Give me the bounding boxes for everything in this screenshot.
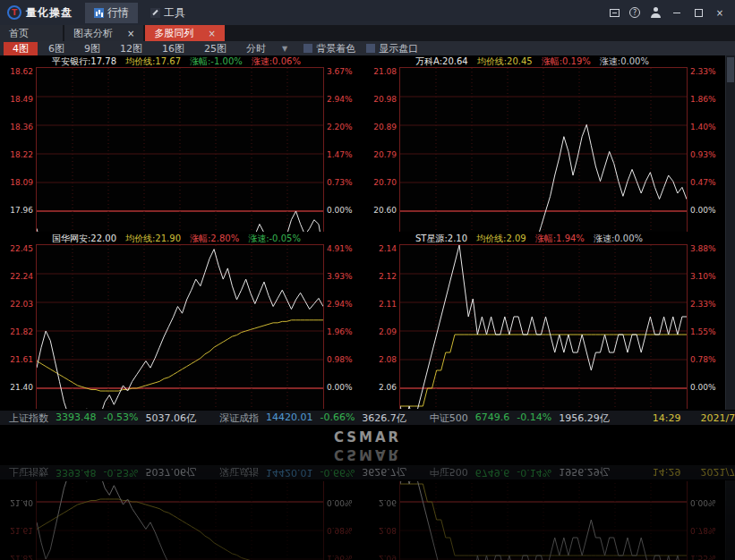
chart-panel-st-xingyuan[interactable]: ST星源:2.10 均价线:2.09 涨幅:1.94% 涨速:0.00% 2.1… <box>363 233 725 409</box>
price-plot <box>36 481 324 560</box>
axis-label: 22.03 <box>10 301 33 309</box>
app-window: T 量化操盘 行情 工具 ? × 首页 图表 <box>0 0 735 425</box>
change-speed: 涨速:0.00% <box>594 233 643 245</box>
layout-4-button[interactable]: 4图 <box>4 42 38 55</box>
date: 2021/7/30 星期五 <box>700 466 735 479</box>
axis-label: 2.08 <box>379 526 397 534</box>
axis-label: 17.96 <box>10 207 33 215</box>
stock-name-price: 万科A:20.64 <box>415 55 468 68</box>
axis-label: 0.00% <box>690 498 716 506</box>
axis-label: 1.40% <box>690 123 716 132</box>
minimize-button[interactable] <box>671 6 683 19</box>
feedback-icon[interactable] <box>608 6 620 19</box>
app-window-reflection: T 量化操盘 行情 工具 ? × 首页 图表 <box>0 465 735 560</box>
chart-grid: 平安银行:17.78 均价线:17.67 涨幅:-1.00% 涨速:0.06% … <box>0 55 725 410</box>
axis-label: 21.40 <box>10 384 33 392</box>
pct-axis-right: 4.91%3.93%2.94%1.96%0.98%0.00%-0.98%-1.9… <box>324 244 362 409</box>
axis-label: 20.70 <box>373 179 397 187</box>
axis-label: 4.91% <box>327 245 353 253</box>
change-pct: 涨幅:1.94% <box>535 233 585 245</box>
price-axis-left: 21.0820.9820.8920.7920.7020.6020.5020.41… <box>363 67 399 232</box>
layout-9-button[interactable]: 9图 <box>75 42 109 55</box>
axis-label: 0.78% <box>690 356 716 364</box>
chart-panel-guohua-wangan: 国华网安:22.00 均价线:21.90 涨幅:2.80% 涨速:-0.05% … <box>0 481 362 560</box>
clock: 14:29 <box>653 467 681 479</box>
csmar-watermark-reflection: CSMAR <box>0 446 735 462</box>
close-button[interactable]: × <box>714 6 726 19</box>
axis-label: 1.86% <box>690 96 716 104</box>
help-icon[interactable]: ? <box>629 7 640 18</box>
user-icon[interactable] <box>649 6 662 19</box>
pct-axis-right: 3.67%2.94%2.20%1.47%0.73%0.00%-0.73%-1.4… <box>324 67 362 232</box>
close-tab-icon[interactable]: × <box>208 29 215 38</box>
axis-label: 2.06 <box>379 498 397 506</box>
axis-label: 20.60 <box>373 207 397 215</box>
price-svg <box>400 245 687 409</box>
layout-16-button[interactable]: 16图 <box>153 42 193 55</box>
show-orderbook-checkbox[interactable]: 显示盘口 <box>366 42 418 55</box>
chart-header: ST星源:2.10 均价线:2.09 涨幅:1.94% 涨速:0.00% <box>363 233 725 244</box>
layout-25-button[interactable]: 25图 <box>195 42 235 55</box>
index-shanghai-composite[interactable]: 上证指数 3393.48 -0.53% 5037.06亿 <box>9 412 196 425</box>
chevron-down-icon[interactable]: ▼ <box>277 45 293 53</box>
app-title: 量化操盘 <box>26 5 73 21</box>
pct-axis-right: 2.33%1.86%1.40%0.93%0.47%0.00%-0.47%-0.9… <box>688 67 725 232</box>
scrollbar <box>725 480 735 560</box>
axis-label: 21.61 <box>10 356 33 364</box>
price-plot[interactable] <box>399 244 688 409</box>
price-plot[interactable] <box>36 67 324 232</box>
chart-body: 2.142.122.112.092.082.062.042.032.012.00… <box>363 244 725 409</box>
status-bar: 上证指数 3393.48 -0.53% 5037.06亿 深证成指 14420.… <box>0 465 735 480</box>
tab-multi-stock[interactable]: 多股同列 × <box>145 25 224 41</box>
price-svg <box>37 481 323 560</box>
chart-grid: 平安银行:17.78 均价线:17.67 涨幅:-1.00% 涨速:0.06% … <box>0 480 725 560</box>
change-pct: 涨幅:2.80% <box>190 233 239 245</box>
axis-label: 21.40 <box>10 498 33 506</box>
chart-panel-vanke-a[interactable]: 万科A:20.64 均价线:20.45 涨幅:0.19% 涨速:0.00% 21… <box>363 55 725 232</box>
index-csi500[interactable]: 中证500 6749.6 -0.14% 1956.29亿 <box>430 412 610 425</box>
axis-label: 18.62 <box>10 68 33 76</box>
axis-label: 21.61 <box>10 526 33 534</box>
tab-home[interactable]: 首页 <box>0 25 63 41</box>
layout-toolbar: 4图 6图 9图 12图 16图 25图 分时 ▼ 背景着色 显示盘口 <box>0 41 735 55</box>
axis-label: 3.93% <box>327 273 353 281</box>
scrollbar-thumb[interactable] <box>727 57 734 82</box>
change-speed: 涨速:0.00% <box>600 55 649 68</box>
scrollbar[interactable] <box>725 55 735 410</box>
price-axis-left: 2.142.122.112.092.082.062.042.032.012.00… <box>363 481 399 560</box>
chart-zone: 平安银行:17.78 均价线:17.67 涨幅:-1.00% 涨速:0.06% … <box>0 480 735 560</box>
axis-label: 20.89 <box>373 123 397 132</box>
maximize-button[interactable] <box>692 6 705 19</box>
chart-panel-pingan-bank[interactable]: 平安银行:17.78 均价线:17.67 涨幅:-1.00% 涨速:0.06% … <box>0 55 362 232</box>
price-svg <box>37 68 323 232</box>
index-shanghai-composite: 上证指数 3393.48 -0.53% 5037.06亿 <box>9 466 196 479</box>
background-shading-checkbox[interactable]: 背景着色 <box>303 42 355 55</box>
axis-label: 18.36 <box>10 123 33 132</box>
layout-6-button[interactable]: 6图 <box>39 42 73 55</box>
screenshot-stage: T 量化操盘 行情 工具 ? × 首页 图表 <box>0 0 735 560</box>
date: 2021/7/30 星期五 <box>700 412 735 425</box>
chart-body: 22.4522.2422.0321.8221.6121.4021.1920.98… <box>0 481 362 560</box>
chart-panel-guohua-wangan[interactable]: 国华网安:22.00 均价线:21.90 涨幅:2.80% 涨速:-0.05% … <box>0 233 362 409</box>
menu-item-tools[interactable]: 工具 <box>141 3 194 23</box>
index-shenzhen-component[interactable]: 深证成指 14420.01 -0.66% 3626.7亿 <box>219 412 406 425</box>
chart-body: 18.6218.4918.3618.2218.0917.9617.8317.70… <box>0 67 362 232</box>
price-plot[interactable] <box>36 244 324 409</box>
tab-chart-analysis[interactable]: 图表分析 × <box>64 25 143 41</box>
close-tab-icon[interactable]: × <box>127 29 134 38</box>
index-csi500: 中证500 6749.6 -0.14% 1956.29亿 <box>430 466 610 479</box>
axis-label: 0.73% <box>327 179 353 187</box>
price-svg <box>400 68 687 232</box>
index-shenzhen-component: 深证成指 14420.01 -0.66% 3626.7亿 <box>219 466 406 479</box>
price-plot[interactable] <box>399 67 688 232</box>
price-axis-left: 22.4522.2422.0321.8221.6121.4021.1920.98… <box>0 481 36 560</box>
tab-bar: 首页 图表分析 × 多股同列 × <box>0 25 735 41</box>
change-pct: 涨幅:0.19% <box>542 55 591 68</box>
menu-item-quotes[interactable]: 行情 <box>85 3 138 23</box>
app-logo-icon: T <box>7 5 21 20</box>
layout-12-button[interactable]: 12图 <box>111 42 151 55</box>
axis-label: 2.94% <box>327 96 353 104</box>
axis-label: 2.09 <box>379 328 397 336</box>
checkbox-icon <box>366 44 375 53</box>
intraday-button[interactable]: 分时 <box>237 42 275 55</box>
